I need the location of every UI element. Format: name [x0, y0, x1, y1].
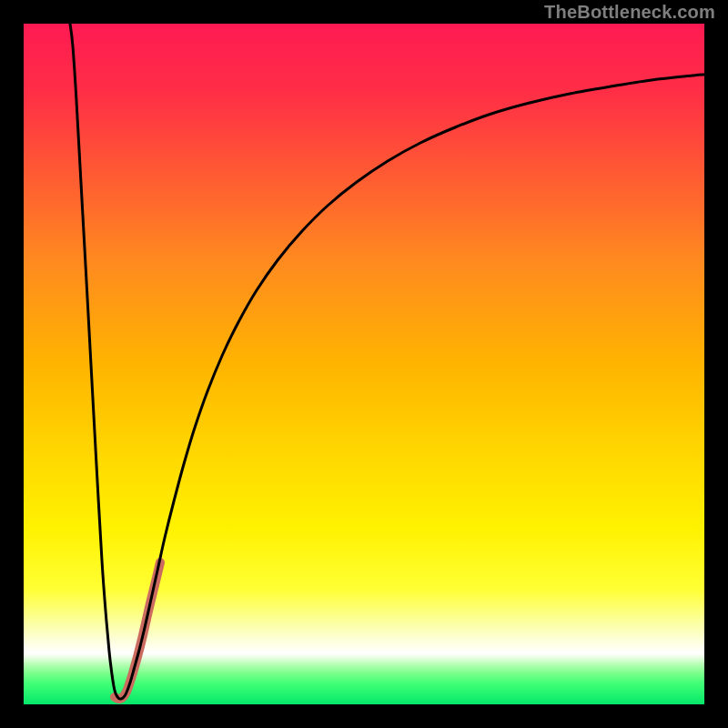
bottleneck-curve: [70, 24, 704, 699]
watermark-label: TheBottleneck.com: [544, 2, 715, 23]
chart-frame: TheBottleneck.com: [0, 0, 728, 728]
plot-area: [24, 24, 704, 704]
curve-layer: [24, 24, 704, 704]
